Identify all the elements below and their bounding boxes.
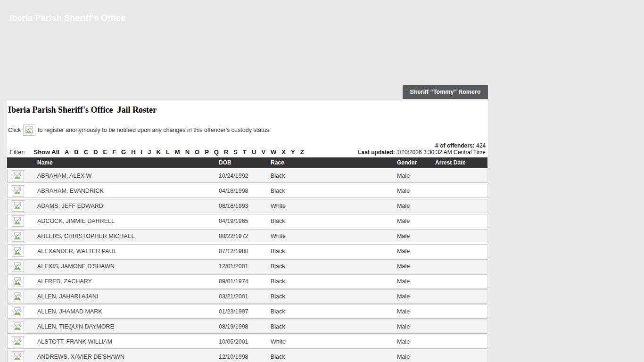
table-row[interactable]: ALLEN, JHAMAD MARK01/23/1997BlackMale: [7, 304, 487, 319]
filter-link-letter-o[interactable]: O: [195, 148, 199, 156]
broken-image-icon[interactable]: [12, 276, 24, 287]
filter-link-letter-l[interactable]: L: [166, 148, 170, 156]
table-row[interactable]: ALLEN, TIEQUIN DAYMORE08/19/1998BlackMal…: [7, 320, 487, 334]
filter-link-letter-j[interactable]: J: [148, 148, 151, 156]
jail-roster-table: Name DOB Race Gender Arrest Date ABRAHAM…: [7, 156, 487, 362]
offender-arrest-date-cell: [434, 289, 487, 304]
offender-photo-cell: [7, 229, 36, 243]
filter-link-letter-e[interactable]: E: [103, 148, 107, 156]
filter-link-letter-d[interactable]: D: [93, 148, 98, 156]
offender-count-line: # of offenders: 424: [358, 142, 486, 149]
broken-image-icon[interactable]: [12, 215, 24, 227]
offender-race-cell: Black: [270, 259, 396, 273]
column-header-race: Race: [270, 157, 396, 168]
offender-photo-cell: [7, 304, 36, 319]
filter-link-letter-b[interactable]: B: [74, 148, 78, 156]
table-row[interactable]: AHLERS, CHRISTOPHER MICHAEL08/22/1972Whi…: [7, 229, 487, 243]
broken-image-icon[interactable]: [12, 170, 24, 181]
filter-link-letter-r[interactable]: R: [224, 148, 228, 156]
broken-image-icon[interactable]: [12, 185, 24, 197]
broken-image-icon[interactable]: [12, 351, 24, 362]
offender-gender-cell: Male: [396, 244, 434, 258]
offender-gender-cell: Male: [396, 229, 434, 243]
table-row[interactable]: ABRAHAM, ALEX W10/24/1992BlackMale: [7, 169, 487, 183]
offender-name-cell: ALLEN, JHAMAD MARK: [36, 304, 218, 319]
offender-race-cell: Black: [270, 214, 396, 228]
offender-race-cell: Black: [270, 169, 396, 183]
filter-link-letter-u[interactable]: U: [252, 148, 256, 156]
offender-photo-cell: [7, 199, 36, 213]
table-row[interactable]: ANDREWS, XAVIER DE'SHAWN12/10/1998BlackM…: [7, 350, 487, 362]
filter-link-letter-m[interactable]: M: [175, 148, 180, 156]
offender-photo-cell: [7, 289, 36, 304]
site-header-title: Iberia Parish Sheriff's Office: [9, 13, 125, 23]
filter-link-letter-g[interactable]: G: [121, 148, 126, 156]
offender-count-label: # of offenders:: [435, 142, 474, 149]
offender-name-cell: ALFRED, ZACHARY: [36, 274, 218, 288]
offender-gender-cell: Male: [396, 350, 434, 362]
offender-name-cell: ALLEN, TIEQUIN DAYMORE: [36, 320, 218, 334]
filter-link-letter-w[interactable]: W: [271, 148, 276, 156]
filter-link-letter-h[interactable]: H: [131, 148, 135, 156]
offender-name-cell: ALSTOTT, FRANK WILLIAM: [36, 335, 218, 349]
filter-link-show-all[interactable]: Show All: [34, 148, 59, 156]
broken-image-icon[interactable]: [12, 246, 24, 257]
broken-image-icon[interactable]: [12, 321, 24, 332]
table-row[interactable]: ALSTOTT, FRANK WILLIAM10/05/2001WhiteMal…: [7, 335, 487, 349]
column-header-name: Name: [36, 157, 218, 168]
filter-link-letter-c[interactable]: C: [84, 148, 88, 156]
column-header-photo: [7, 157, 36, 168]
offender-dob-cell: 08/19/1998: [218, 320, 270, 334]
offender-race-cell: White: [270, 199, 396, 213]
broken-image-icon[interactable]: [12, 306, 24, 317]
offender-race-cell: White: [270, 335, 396, 349]
roster-stats: # of offenders: 424 Last updated: 1/20/2…: [358, 142, 486, 156]
filter-link-letter-t[interactable]: T: [243, 148, 247, 156]
filter-link-letter-a[interactable]: A: [65, 148, 69, 156]
table-row[interactable]: ADCOCK, JIMMIE DARRELL04/19/1965BlackMal…: [7, 214, 487, 228]
filter-link-letter-s[interactable]: S: [233, 148, 238, 156]
table-row[interactable]: ALEXANDER, WALTER PAUL07/12/1988BlackMal…: [7, 244, 487, 258]
broken-image-icon[interactable]: [12, 230, 24, 242]
notify-line: Click to register anonymously to be noti…: [8, 124, 487, 136]
table-row[interactable]: ABRAHAM, EVANDRICK04/16/1998BlackMale: [7, 184, 487, 198]
column-header-arrest-date: Arrest Date: [434, 157, 487, 168]
filter-link-letter-k[interactable]: K: [156, 148, 160, 156]
offender-photo-cell: [7, 350, 36, 362]
offender-gender-cell: Male: [396, 199, 434, 213]
notify-broken-image-icon[interactable]: [23, 124, 35, 136]
filter-link-letter-p[interactable]: P: [205, 148, 209, 156]
offender-race-cell: Black: [270, 184, 396, 198]
page-wrapper: Sheriff “Tommy” Romero Iberia Parish She…: [7, 0, 488, 362]
filter-link-letter-i[interactable]: I: [141, 148, 143, 156]
notify-prefix-text: Click: [8, 127, 21, 133]
last-updated-line: Last updated: 1/20/2026 3:30:32 AM Centr…: [358, 149, 486, 156]
filter-link-letter-q[interactable]: Q: [214, 148, 219, 156]
broken-image-icon[interactable]: [12, 261, 24, 272]
offender-photo-cell: [7, 244, 36, 258]
filter-link-letter-v[interactable]: V: [261, 148, 265, 156]
filter-link-letter-z[interactable]: Z: [300, 148, 304, 156]
offender-arrest-date-cell: [434, 274, 487, 288]
offender-race-cell: White: [270, 229, 396, 243]
offender-race-cell: Black: [270, 320, 396, 334]
sheriff-badge-button[interactable]: Sheriff “Tommy” Romero: [403, 85, 488, 99]
table-row[interactable]: ADAMS, JEFF EDWARD06/16/1993WhiteMale: [7, 199, 487, 213]
table-row[interactable]: ALLEN, JAHARI AJANI03/21/2001BlackMale: [7, 289, 487, 304]
filter-link-letter-y[interactable]: Y: [291, 148, 295, 156]
broken-image-icon[interactable]: [12, 291, 24, 302]
offender-name-cell: AHLERS, CHRISTOPHER MICHAEL: [36, 229, 218, 243]
filter-link-letter-x[interactable]: X: [281, 148, 286, 156]
broken-image-icon[interactable]: [12, 336, 24, 347]
table-row[interactable]: ALFRED, ZACHARY09/01/1974BlackMale: [7, 274, 487, 288]
table-row[interactable]: ALEXIS, JAMONE D'SHAWN12/01/2001BlackMal…: [7, 259, 487, 273]
offender-photo-cell: [7, 169, 36, 183]
offender-gender-cell: Male: [396, 214, 434, 228]
broken-image-icon[interactable]: [12, 200, 24, 212]
offender-dob-cell: 07/12/1988: [218, 244, 270, 258]
offender-arrest-date-cell: [434, 199, 487, 213]
offender-name-cell: ABRAHAM, ALEX W: [36, 169, 218, 183]
filter-link-letter-f[interactable]: F: [112, 148, 116, 156]
meta-row: Filter: Show AllABCDEFGHIJKLMNOPQRSTUVWX…: [7, 142, 487, 156]
filter-link-letter-n[interactable]: N: [185, 148, 190, 156]
